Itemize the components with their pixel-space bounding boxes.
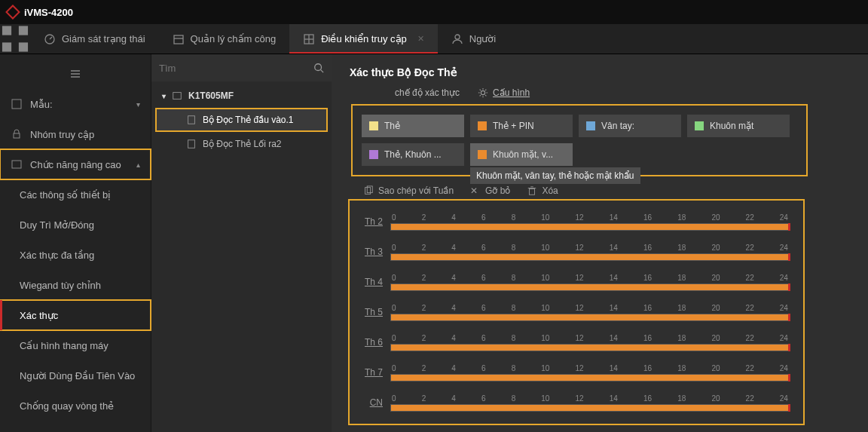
auth-mode-tooltip: Khuôn mặt, vân tay, thẻ hoặc mật khẩu	[470, 167, 640, 184]
time-fill	[391, 254, 789, 260]
delete-button[interactable]: Xóa	[527, 185, 558, 196]
sidebar-sub-multiauth[interactable]: Xác thực đa tầng	[0, 240, 151, 270]
time-track[interactable]	[390, 253, 790, 261]
time-fill	[391, 224, 789, 230]
grid-icon	[303, 33, 315, 45]
time-end-handle[interactable]	[788, 314, 790, 321]
day-label[interactable]: Th 2	[356, 216, 383, 227]
time-track[interactable]	[390, 314, 790, 321]
svg-rect-0	[2, 26, 11, 35]
sidebar-sub-keepopen[interactable]: Duy Trì Mở/Đóng	[0, 210, 151, 240]
svg-rect-21	[188, 116, 195, 124]
day-row-mon: Th 2024681012141618202224	[356, 207, 790, 237]
time-fill	[391, 375, 789, 381]
sidebar-sub-wiegand[interactable]: Wiegand tùy chỉnh	[0, 270, 151, 300]
card-reader-icon	[186, 139, 197, 149]
time-track[interactable]	[390, 404, 790, 412]
svg-rect-2	[2, 42, 11, 51]
tab-close-icon[interactable]: ✕	[417, 34, 424, 44]
day-label[interactable]: Th 5	[356, 307, 383, 317]
svg-rect-17	[12, 161, 21, 168]
time-end-handle[interactable]	[788, 253, 790, 261]
time-end-handle[interactable]	[788, 344, 790, 351]
device-tree: ▾ K1T605MF Bộ Đọc Thẻ đầu vào.1 Bộ Đọc T…	[151, 81, 332, 158]
svg-rect-20	[173, 93, 182, 100]
tab-time[interactable]: Quản lý chấm công	[159, 24, 290, 54]
day-label[interactable]: Th 4	[356, 277, 383, 287]
tab-access[interactable]: Điều khiển truy cập✕	[289, 24, 438, 54]
day-row-sat: Th 7024681012141618202224	[356, 357, 790, 388]
device-tree-panel: ▾ K1T605MF Bộ Đọc Thẻ đầu vào.1 Bộ Đọc T…	[151, 54, 332, 432]
tab-status[interactable]: Giám sát trạng thái	[30, 24, 159, 54]
time-ticks: 024681012141618202224	[390, 274, 790, 282]
day-label[interactable]: Th 7	[356, 367, 383, 378]
auth-mode-label: chế độ xác thực	[395, 87, 460, 98]
remove-button[interactable]: ✕ Gỡ bỏ	[470, 185, 510, 196]
sidebar-sub-auth[interactable]: Xác thực	[0, 300, 151, 330]
tree-search[interactable]	[151, 54, 332, 81]
auth-mode-card[interactable]: Thẻ	[362, 115, 464, 137]
time-end-handle[interactable]	[788, 283, 790, 291]
chevron-up-icon: ▴	[136, 161, 140, 169]
auth-mode-cardpin[interactable]: Thẻ + PIN	[470, 115, 573, 137]
apps-grid-icon[interactable]	[0, 24, 30, 54]
title-bar: iVMS-4200	[0, 0, 868, 24]
day-row-fri: Th 6024681012141618202224	[356, 327, 790, 357]
day-row-tue: Th 3024681012141618202224	[356, 237, 790, 267]
copy-week-button[interactable]: Sao chép với Tuần	[363, 185, 454, 196]
day-label[interactable]: Th 6	[356, 337, 383, 348]
auth-mode-finger[interactable]: Vân tay:	[579, 115, 681, 137]
time-ticks: 024681012141618202224	[390, 394, 790, 403]
day-label[interactable]: Th 3	[356, 247, 383, 257]
day-row-sun: CN024681012141618202224	[356, 388, 790, 418]
time-track[interactable]	[390, 283, 790, 291]
svg-rect-26	[530, 188, 535, 195]
svg-rect-1	[19, 26, 28, 35]
color-swatch	[478, 121, 487, 130]
sidebar-sub-firstin[interactable]: Người Dùng Đầu Tiên Vào	[0, 360, 151, 391]
config-link[interactable]: Cấu hình	[478, 87, 530, 98]
sidebar-sub-params[interactable]: Các thông số thiết bị	[0, 179, 151, 210]
auth-mode-panel: ThẻThẻ + PINVân tay:Khuôn mặtThẻ, Khuôn …	[353, 106, 806, 175]
sidebar-item-template[interactable]: Mẫu: ▾	[0, 89, 151, 119]
time-track[interactable]	[390, 344, 790, 351]
tab-person[interactable]: Người	[438, 24, 510, 54]
tree-device[interactable]: ▾ K1T605MF	[151, 84, 332, 107]
sidebar-collapse-icon[interactable]	[0, 59, 151, 89]
sidebar-sub-elevator[interactable]: Cấu hình thang máy	[0, 330, 151, 360]
trash-icon	[527, 185, 537, 196]
color-swatch	[695, 121, 704, 130]
svg-rect-22	[188, 140, 195, 149]
auth-mode-facefinger[interactable]: Khuôn mặt, v...Khuôn mặt, vân tay, thẻ h…	[470, 143, 573, 166]
time-end-handle[interactable]	[788, 404, 790, 412]
day-label[interactable]: CN	[356, 397, 383, 408]
sidebar-item-access-group[interactable]: Nhóm truy cập	[0, 119, 151, 149]
schedule-grid: Th 2024681012141618202224Th 302468101214…	[350, 201, 803, 424]
svg-rect-16	[14, 133, 20, 138]
page-title: Xác thực Bộ Đọc Thẻ	[350, 66, 850, 78]
search-icon	[313, 63, 324, 73]
tree-reader-out[interactable]: Bộ Đọc Thẻ Lối ra2	[151, 133, 332, 155]
color-swatch	[369, 150, 378, 159]
close-icon: ✕	[470, 185, 481, 196]
auth-mode-face[interactable]: Khuôn mặt	[687, 115, 790, 137]
time-end-handle[interactable]	[788, 374, 790, 381]
svg-rect-6	[174, 35, 183, 44]
sidebar-sub-antipassback[interactable]: Chống quay vòng thẻ	[0, 391, 151, 421]
svg-point-18	[315, 64, 322, 71]
time-ticks: 024681012141618202224	[390, 304, 790, 312]
auth-mode-cardface[interactable]: Thẻ, Khuôn ...	[362, 143, 464, 166]
time-track[interactable]	[390, 223, 790, 231]
template-icon	[11, 98, 23, 110]
tree-reader-in[interactable]: Bộ Đọc Thẻ đầu vào.1	[156, 109, 327, 131]
time-track[interactable]	[390, 374, 790, 381]
chevron-down-icon: ▾	[162, 92, 166, 100]
tree-search-input[interactable]	[159, 63, 313, 74]
calendar-icon	[173, 33, 185, 45]
left-sidebar: Mẫu: ▾ Nhóm truy cập Chức năng nâng cao …	[0, 54, 151, 432]
sidebar-item-advanced[interactable]: Chức năng nâng cao ▴	[0, 149, 151, 179]
svg-line-19	[321, 70, 324, 73]
time-end-handle[interactable]	[788, 223, 790, 231]
gauge-icon	[44, 33, 56, 45]
layers-icon	[11, 158, 23, 170]
